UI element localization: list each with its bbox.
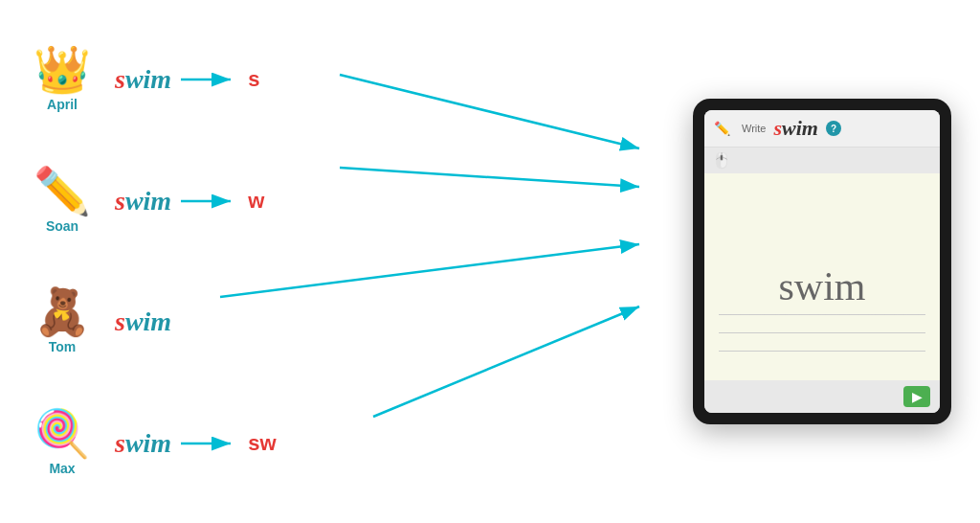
pencil-icon: ✏️ [714,121,730,136]
tablet-section: ✏️ Write swim ? 🖱️ [693,99,951,424]
april-emoji: 👑 [33,47,91,93]
max-emoji: 🍭 [33,411,91,457]
swim3-rest: wim [125,307,171,336]
swim2-rest: wim [125,186,171,216]
character-april: 👑 April [10,47,115,112]
tablet-device: ✏️ Write swim ? 🖱️ [693,99,951,424]
tablet-header: ✏️ Write swim ? [704,110,940,148]
soan-emoji: ✏️ [33,169,91,215]
word-row-3: swim [115,307,325,337]
hint-2: w [248,189,264,214]
word-row-4: swim sw [115,428,325,459]
writing-line-3 [719,351,925,352]
swim1-s: s [115,64,125,94]
arrow-right-2 [181,192,238,211]
swim-word-3: swim [115,307,171,337]
next-button[interactable]: ▶ [903,386,930,407]
tom-name: Tom [49,339,77,354]
tablet-writing-area[interactable]: swim [704,173,940,380]
word-row-1: swim s [115,64,325,95]
inline-arrow-4 [181,434,238,453]
tom-emoji: 🧸 [33,289,91,335]
april-name: April [47,97,78,112]
inline-arrow-1 [181,70,238,89]
soan-name: Soan [46,218,78,234]
character-max: 🍭 Max [10,411,115,476]
svg-line-4 [373,307,639,417]
tablet-footer: ▶ [704,380,940,413]
words-section: swim s swim [115,0,325,523]
inline-arrow-2 [181,192,238,211]
write-label: Write [742,123,766,134]
tablet-word-s: s [773,116,782,140]
max-name: Max [49,461,75,476]
character-soan: ✏️ Soan [10,169,115,234]
main-container: 👑 April ✏️ Soan 🧸 Tom 🍭 Max swim [0,0,980,523]
hint-4: sw [248,431,276,456]
writing-line-1 [719,314,925,315]
svg-line-1 [340,75,639,148]
characters-section: 👑 April ✏️ Soan 🧸 Tom 🍭 Max [0,0,115,523]
swim3-s: s [115,307,125,336]
swim-word-4: swim [115,428,171,459]
swim2-s: s [115,186,125,216]
arrow-right-4 [181,434,238,453]
arrow-right-1 [181,70,238,89]
tablet-toolbar: 🖱️ [704,148,940,173]
swim1-rest: wim [125,64,171,94]
writing-lines [704,314,940,352]
swim-word-2: swim [115,186,171,216]
pointer-icon[interactable]: 🖱️ [712,151,731,170]
swim-word-1: swim [115,64,171,95]
svg-line-2 [340,168,639,187]
writing-line-2 [719,332,925,333]
tablet-screen: ✏️ Write swim ? 🖱️ [704,110,940,413]
word-row-2: swim w [115,186,325,216]
swim4-s: s [115,428,125,458]
character-tom: 🧸 Tom [10,289,115,354]
swim4-rest: wim [125,428,171,458]
info-icon[interactable]: ? [826,121,841,136]
tablet-word-rest: wim [782,116,818,140]
hint-1: s [248,67,259,92]
tablet-word-display: swim [773,116,817,141]
handwritten-word: swim [778,263,865,309]
